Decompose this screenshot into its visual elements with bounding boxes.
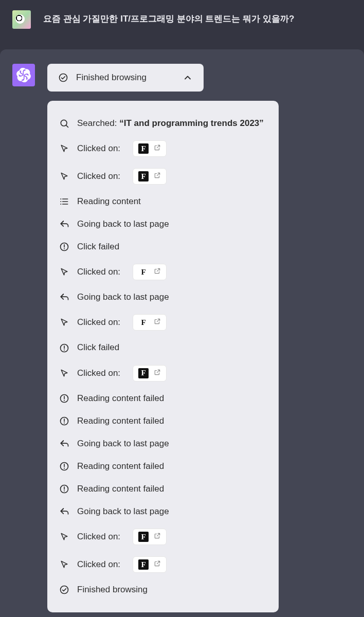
step-click: Clicked on:F	[59, 551, 267, 578]
cursor-icon	[59, 143, 70, 154]
link-chip[interactable]: F	[133, 140, 167, 157]
link-chip[interactable]: F	[133, 365, 167, 382]
external-link-icon	[154, 318, 161, 327]
check-circle-icon	[59, 584, 70, 595]
step-back: Going back to last page	[59, 500, 267, 523]
back-icon	[59, 292, 70, 303]
step-text: Clicked on:	[77, 368, 120, 379]
cursor-icon	[59, 266, 70, 278]
openai-icon	[16, 68, 31, 82]
external-link-icon	[154, 560, 161, 569]
browse-steps-panel: Searched: “IT and programming trends 202…	[47, 101, 279, 612]
step-read-failed: Reading content failed	[59, 478, 267, 500]
link-chip[interactable]: F	[133, 314, 167, 331]
step-back: Going back to last page	[59, 213, 267, 235]
link-chip[interactable]: F	[133, 556, 167, 573]
step-back: Going back to last page	[59, 432, 267, 455]
step-text: Going back to last page	[77, 292, 169, 303]
user-avatar	[12, 10, 31, 29]
alert-icon	[59, 461, 70, 472]
user-message-text: 요즘 관심 가질만한 IT/프로그래밍 분야의 트렌드는 뭐가 있을까?	[43, 10, 294, 26]
step-text: Reading content failed	[77, 483, 164, 495]
alert-icon	[59, 393, 70, 404]
favicon: F	[138, 368, 149, 378]
alert-icon	[59, 342, 70, 354]
step-text: Clicked on:	[77, 559, 120, 570]
favicon: F	[138, 171, 149, 182]
step-text: Clicked on:	[77, 266, 120, 278]
favicon: F	[138, 143, 149, 154]
step-read-failed: Reading content failed	[59, 387, 267, 410]
step-click: Clicked on:F	[59, 135, 267, 162]
step-click-failed: Click failed	[59, 235, 267, 258]
cursor-icon	[59, 171, 70, 182]
cursor-icon	[59, 368, 70, 379]
step-click-failed: Click failed	[59, 336, 267, 359]
user-message-row: 요즘 관심 가질만한 IT/프로그래밍 분야의 트렌드는 뭐가 있을까?	[0, 0, 364, 49]
step-text: Reading content	[77, 196, 141, 207]
step-click: Clicked on:F	[59, 308, 267, 336]
alert-icon	[59, 483, 70, 495]
step-text: Finished browsing	[77, 584, 148, 595]
step-back: Going back to last page	[59, 286, 267, 308]
assistant-content: Finished browsing Searched: “IT and prog…	[47, 64, 352, 612]
favicon: F	[138, 532, 149, 542]
alert-icon	[59, 241, 70, 252]
search-icon	[59, 118, 70, 129]
external-link-icon	[154, 267, 161, 277]
step-click: Clicked on:F	[59, 523, 267, 551]
step-text: Clicked on:	[77, 143, 120, 154]
browse-toggle[interactable]: Finished browsing	[47, 64, 204, 92]
browse-header-text: Finished browsing	[76, 72, 175, 83]
step-text: Searched: “IT and programming trends 202…	[77, 118, 264, 129]
step-text: Clicked on:	[77, 531, 120, 542]
assistant-avatar	[12, 64, 35, 86]
step-click: Clicked on:F	[59, 162, 267, 190]
step-read-failed: Reading content failed	[59, 455, 267, 478]
back-icon	[59, 506, 70, 517]
external-link-icon	[154, 532, 161, 541]
step-finished: Finished browsing	[59, 578, 267, 601]
back-icon	[59, 219, 70, 230]
back-icon	[59, 438, 70, 449]
step-text: Click failed	[77, 342, 119, 353]
step-text: Reading content failed	[77, 461, 164, 472]
link-chip[interactable]: F	[133, 168, 167, 185]
external-link-icon	[154, 172, 161, 181]
step-text: Going back to last page	[77, 506, 169, 517]
external-link-icon	[154, 144, 161, 153]
step-reading: Reading content	[59, 190, 267, 213]
step-click: Clicked on:F	[59, 359, 267, 387]
favicon: F	[138, 559, 149, 570]
cursor-icon	[59, 317, 70, 328]
chevron-up-icon	[182, 72, 193, 83]
step-text: Reading content failed	[77, 415, 164, 427]
link-chip[interactable]: F	[133, 264, 167, 280]
step-click: Clicked on:F	[59, 258, 267, 286]
step-read-failed: Reading content failed	[59, 410, 267, 432]
check-circle-icon	[58, 72, 69, 83]
cursor-icon	[59, 531, 70, 542]
step-search: Searched: “IT and programming trends 202…	[59, 112, 267, 135]
favicon: F	[138, 317, 149, 328]
cursor-icon	[59, 559, 70, 570]
step-text: Going back to last page	[77, 438, 169, 449]
assistant-message-row: Finished browsing Searched: “IT and prog…	[0, 49, 364, 617]
step-text: Clicked on:	[77, 317, 120, 328]
favicon: F	[138, 267, 149, 277]
step-text: Reading content failed	[77, 393, 164, 404]
alert-icon	[59, 415, 70, 427]
link-chip[interactable]: F	[133, 529, 167, 545]
step-text: Click failed	[77, 241, 119, 252]
step-text: Clicked on:	[77, 171, 120, 182]
list-icon	[59, 196, 70, 207]
step-text: Going back to last page	[77, 219, 169, 230]
external-link-icon	[154, 369, 161, 378]
